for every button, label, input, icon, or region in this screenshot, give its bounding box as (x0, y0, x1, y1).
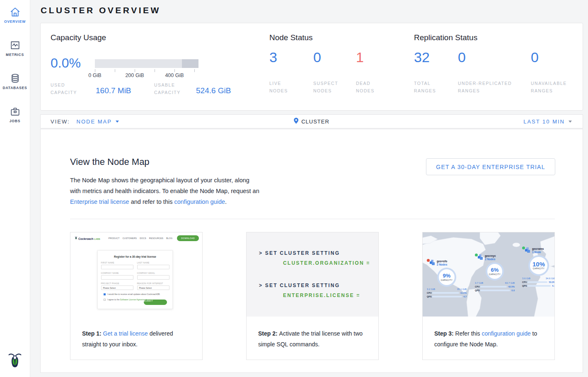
cpu-value: 11.0% (460, 292, 467, 294)
field-label: LAST NAME (137, 261, 169, 264)
step-number: Step 2: (258, 330, 279, 337)
sql-line: > SET CLUSTER SETTING (259, 250, 340, 256)
agree-text: I agree to the Software License Agreemen… (107, 298, 147, 301)
locality-name: geo=ams (532, 247, 544, 250)
checkbox-icon (104, 299, 106, 301)
optin-row: I would like to receive email updates ab… (104, 293, 172, 295)
qps-value: 0.0 (511, 289, 515, 292)
suspect-nodes-count: 0 (313, 49, 321, 65)
cockroach-labs-logo: Cockroach LABS (75, 236, 100, 240)
configuration-guide-link[interactable]: configuration guide (174, 198, 225, 205)
capacity-percent: 6% (491, 267, 499, 273)
qps-value: 4.7 (463, 295, 467, 298)
capacity-range: 3.6 GiB34.6 GiB (522, 277, 554, 280)
capacity-used: 3.6 GiB (522, 277, 530, 280)
sql-argument: ENTERPRISE.LICENSE = (283, 292, 360, 298)
under-replicated-label: UNDER-REPLICATED RANGES (458, 80, 524, 94)
qps-label: QPS (475, 289, 480, 292)
node-status-dot-live (475, 254, 478, 256)
suspect-nodes-label: SUSPECT NODES (313, 80, 343, 94)
view-selector-dropdown[interactable]: VIEW: NODE MAP (41, 118, 119, 125)
metrics-chart-icon (0, 40, 30, 51)
capacity-percent: 10% (532, 261, 545, 267)
sql-prompt: > (259, 283, 265, 288)
database-icon (0, 73, 30, 84)
under-replicated-count: 0 (458, 49, 466, 65)
sidebar-item-overview[interactable]: OVERVIEW (0, 7, 30, 24)
checkbox-checked-icon (104, 293, 106, 295)
trial-license-site-thumbnail: Cockroach LABS PRODUCT CUSTOMERS DOCS RE… (70, 232, 202, 317)
form-fields: FIRST NAME LAST NAME COMPANY NAME COMPAN… (98, 261, 172, 290)
sql-prompt: > (259, 250, 265, 256)
step1-card: Cockroach LABS PRODUCT CUSTOMERS DOCS RE… (70, 232, 203, 360)
brand-name: Cockroach (78, 237, 93, 240)
sidebar-item-jobs[interactable]: JOBS (0, 106, 30, 123)
text-input (101, 265, 133, 269)
time-range-dropdown[interactable]: LAST 10 MIN (523, 118, 583, 125)
sql-command: SET CLUSTER SETTING (265, 250, 340, 256)
step3-caption: Step 3: Refer this configuration guide t… (423, 317, 554, 360)
cpu-row: CPU11.0% (427, 292, 467, 294)
qps-row: QPS4.4 (522, 285, 554, 287)
form-title: Register for a 30-day trial license (98, 255, 172, 258)
field-label: PROJECT PHASE (101, 282, 133, 285)
live-nodes-count: 3 (269, 49, 277, 65)
get-trial-license-link[interactable]: Get a trial license (103, 330, 148, 337)
submit-pill: SUBMIT (144, 300, 167, 305)
locality-node-count: 2 Nodes (437, 263, 447, 266)
text-input (137, 265, 169, 269)
trial-registration-form: Register for a 30-day trial license FIRS… (97, 250, 173, 309)
axis-tick-label: 0 GiB (88, 72, 101, 78)
usable-capacity-value: 524.6 GiB (196, 86, 231, 95)
view-label: VIEW: (51, 118, 70, 125)
brand-suffix: LABS (94, 238, 100, 240)
sidebar-item-label: METRICS (0, 53, 30, 57)
capacity-bar (95, 59, 198, 68)
cluster-summary-panel: Capacity Usage 0.0% 0 GiB 200 GiB 400 Gi… (40, 23, 583, 111)
qps-bar (432, 296, 462, 297)
chevron-down-icon (116, 121, 119, 123)
text-input (101, 275, 133, 280)
cpu-bar (432, 292, 459, 294)
cpu-bar (480, 286, 507, 288)
sql-argument: CLUSTER.ORGANIZATION = (283, 260, 370, 266)
nodes-cube-icon (525, 247, 530, 253)
text-input (137, 275, 169, 280)
capacity-axis (95, 69, 198, 72)
node-map-section-title: View the Node Map (70, 157, 150, 167)
qps-label: QPS (522, 285, 528, 287)
optin-text: I would like to receive email updates ab… (107, 293, 160, 295)
field-label: COMPANY EMAIL (137, 272, 169, 274)
enterprise-trial-button[interactable]: GET A 30-DAY ENTERPRISE TRIAL (426, 158, 555, 175)
qps-value: 4.4 (552, 285, 554, 287)
sidebar-item-label: DATABASES (0, 86, 30, 90)
capacity-gauge: 9% CAPACITY (437, 268, 456, 287)
qps-row: QPS4.7 (427, 295, 467, 298)
unavailable-ranges-label: UNAVAILABLE RANGES (531, 80, 581, 94)
capacity-percent: 9% (443, 273, 451, 278)
step2-caption: Step 2: Activate the trial license with … (247, 317, 378, 360)
qps-bar (528, 285, 551, 287)
configuration-guide-link[interactable]: configuration guide (482, 330, 530, 337)
node-status-title: Node Status (269, 33, 313, 42)
step-number: Step 3: (434, 330, 455, 337)
capacity-gauge: 10% CAPACITY (528, 255, 549, 276)
divider (70, 219, 555, 219)
usable-capacity-label: USABLE CAPACITY (154, 81, 191, 96)
sidebar-item-label: JOBS (0, 119, 30, 123)
sidebar-item-metrics[interactable]: METRICS (0, 40, 30, 57)
sidebar-item-label: OVERVIEW (0, 19, 30, 24)
capacity-gauge: 6% CAPACITY (486, 262, 504, 280)
sidebar-item-databases[interactable]: DATABASES (0, 73, 30, 90)
axis-tick-label: 400 GiB (165, 72, 184, 78)
mini-site-nav: PRODUCT CUSTOMERS DOCS RESOURCES BLOG DO… (109, 235, 199, 241)
scope-label: CLUSTER (301, 118, 329, 125)
enterprise-trial-license-link[interactable]: Enterprise trial license (70, 198, 129, 205)
nav-item: RESOURCES (149, 237, 163, 239)
scope-breadcrumb[interactable]: CLUSTER (294, 118, 329, 126)
capacity-gauge-label: CAPACITY (441, 279, 453, 281)
cpu-bar (528, 281, 547, 283)
sql-line: > SET CLUSTER SETTING (259, 283, 340, 288)
cpu-value: 53.3% (549, 281, 554, 283)
view-bar: VIEW: NODE MAP CLUSTER LAST 10 MIN (40, 114, 583, 128)
